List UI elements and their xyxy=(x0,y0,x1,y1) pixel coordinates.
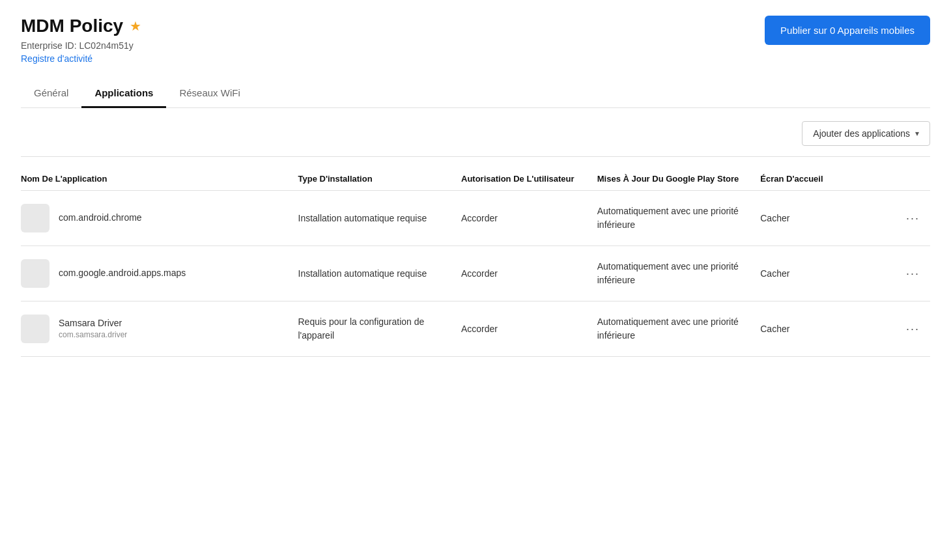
col-header-home-screen: Écran D'accueil xyxy=(755,174,891,184)
toolbar: Ajouter des applications ▾ xyxy=(21,108,930,157)
actions-cell-1: ··· xyxy=(891,209,930,228)
more-options-button-2[interactable]: ··· xyxy=(901,264,925,283)
table-row: Samsara Driver com.samsara.driver Requis… xyxy=(21,301,930,357)
header-left: MDM Policy ★ Enterprise ID: LC02n4m51y R… xyxy=(21,16,141,64)
col-header-app-name: Nom De L'application xyxy=(21,174,293,184)
user-permission-2: Accorder xyxy=(456,267,592,281)
page-header: MDM Policy ★ Enterprise ID: LC02n4m51y R… xyxy=(21,16,930,64)
enterprise-id: Enterprise ID: LC02n4m51y xyxy=(21,40,141,51)
more-options-button-1[interactable]: ··· xyxy=(901,209,925,228)
table-row: com.android.chrome Installation automati… xyxy=(21,191,930,246)
install-type-3: Requis pour la configuration de l'appare… xyxy=(293,315,457,343)
updates-3: Automatiquement avec une priorité inféri… xyxy=(592,315,756,343)
tab-wifi[interactable]: Réseaux WiFi xyxy=(166,79,253,108)
home-screen-3: Cacher xyxy=(755,322,891,336)
more-options-button-3[interactable]: ··· xyxy=(901,320,925,339)
app-name-3: Samsara Driver com.samsara.driver xyxy=(59,317,127,341)
col-header-install-type: Type D'installation xyxy=(293,174,457,184)
app-name-1: com.android.chrome xyxy=(59,212,142,225)
table-header: Nom De L'application Type D'installation… xyxy=(21,167,930,191)
app-icon-2 xyxy=(21,259,50,288)
app-icon-3 xyxy=(21,315,50,343)
install-type-2: Installation automatique requise xyxy=(293,267,457,281)
col-header-actions xyxy=(891,174,930,184)
add-apps-label: Ajouter des applications xyxy=(813,128,910,139)
app-icon-1 xyxy=(21,204,50,232)
updates-1: Automatiquement avec une priorité inféri… xyxy=(592,204,756,232)
user-permission-3: Accorder xyxy=(456,322,592,336)
app-cell-1: com.android.chrome xyxy=(21,204,293,232)
tab-bar: Général Applications Réseaux WiFi xyxy=(21,79,930,108)
title-row: MDM Policy ★ xyxy=(21,16,141,36)
home-screen-2: Cacher xyxy=(755,267,891,281)
publish-button[interactable]: Publier sur 0 Appareils mobiles xyxy=(765,16,930,45)
tab-applications[interactable]: Applications xyxy=(81,79,166,108)
home-screen-1: Cacher xyxy=(755,212,891,225)
page-title: MDM Policy xyxy=(21,16,123,36)
tab-general[interactable]: Général xyxy=(21,79,81,108)
table-row: com.google.android.apps.maps Installatio… xyxy=(21,246,930,301)
chevron-down-icon: ▾ xyxy=(915,129,919,138)
actions-cell-3: ··· xyxy=(891,320,930,339)
app-cell-2: com.google.android.apps.maps xyxy=(21,259,293,288)
app-cell-3: Samsara Driver com.samsara.driver xyxy=(21,315,293,343)
actions-cell-2: ··· xyxy=(891,264,930,283)
activity-log-link[interactable]: Registre d'activité xyxy=(21,53,92,64)
install-type-1: Installation automatique requise xyxy=(293,212,457,225)
col-header-user-permission: Autorisation De L'utilisateur xyxy=(456,174,592,184)
star-icon[interactable]: ★ xyxy=(130,18,141,34)
add-apps-button[interactable]: Ajouter des applications ▾ xyxy=(802,121,930,146)
applications-table: Nom De L'application Type D'installation… xyxy=(21,167,930,357)
app-name-2: com.google.android.apps.maps xyxy=(59,267,186,280)
user-permission-1: Accorder xyxy=(456,212,592,225)
updates-2: Automatiquement avec une priorité inféri… xyxy=(592,260,756,287)
col-header-updates: Mises À Jour Du Google Play Store xyxy=(592,174,756,184)
